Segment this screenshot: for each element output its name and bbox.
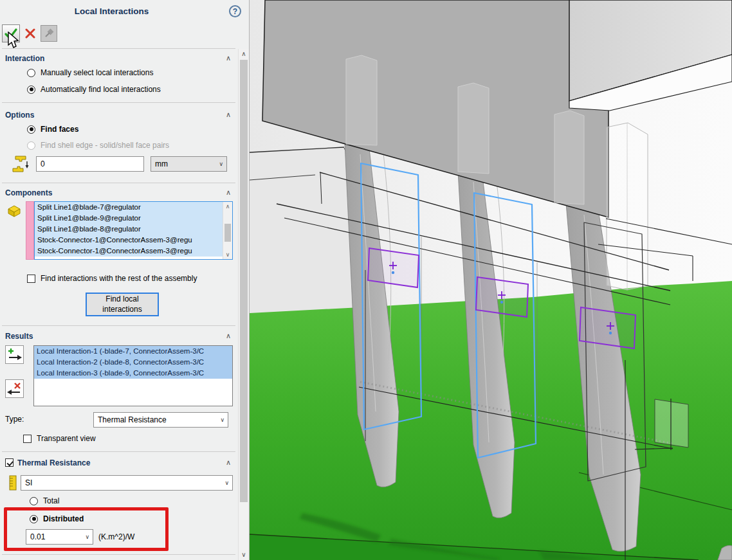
unit-system-dropdown[interactable]: SI ∨: [21, 475, 233, 491]
listbox-scrollbar[interactable]: ∧ ∨: [223, 202, 232, 259]
radio-icon[interactable]: [27, 141, 35, 150]
collapse-chevron-icon[interactable]: ∧: [226, 458, 231, 467]
section-header-thermal-resistance[interactable]: Thermal Resistance ∧: [5, 458, 231, 467]
selection-color-strip: [26, 201, 34, 260]
scroll-up-icon[interactable]: ∧: [223, 202, 232, 211]
local-interaction-marker-1[interactable]: [368, 248, 419, 287]
list-item[interactable]: Local Interaction-3 (-blade-9, Connector…: [34, 368, 232, 379]
transparent-tower: [346, 55, 377, 145]
radio-find-faces[interactable]: Find faces: [27, 125, 78, 134]
divider: [2, 48, 235, 49]
radio-icon[interactable]: [30, 515, 38, 523]
component-icon: [6, 203, 22, 221]
remove-arrow-icon: [6, 381, 23, 397]
chevron-down-icon: ∨: [85, 534, 89, 540]
radio-icon[interactable]: [27, 69, 35, 77]
scroll-thumb[interactable]: [224, 224, 231, 242]
collapse-chevron-icon[interactable]: ∧: [226, 188, 231, 197]
collapse-chevron-icon[interactable]: ∧: [226, 332, 231, 340]
housing-end-pane: [655, 399, 688, 447]
chevron-down-icon: ∨: [219, 161, 223, 167]
gap-value-input[interactable]: [36, 156, 144, 172]
checkbox-icon[interactable]: [5, 458, 14, 467]
3d-viewport[interactable]: [250, 0, 732, 560]
radio-icon[interactable]: [27, 86, 35, 94]
radio-total[interactable]: Total: [30, 496, 59, 505]
resistance-value-dropdown[interactable]: 0.01 ∨: [26, 529, 93, 545]
list-item[interactable]: Local Interaction-1 (-blade-7, Connector…: [34, 346, 232, 357]
ok-button[interactable]: [2, 24, 20, 42]
list-item[interactable]: Split Line1@blade-9@regulator: [35, 213, 232, 224]
resistance-unit-label: (K.m^2)/W: [98, 532, 134, 541]
scroll-up-icon[interactable]: ∧: [239, 49, 249, 59]
panel-scrollbar[interactable]: ∧ ∨: [238, 49, 249, 560]
radio-find-shell-edge[interactable]: Find shell edge - solid/shell face pairs: [27, 141, 169, 150]
transparent-tower: [458, 83, 489, 174]
checkbox-transparent-view[interactable]: Transparent view: [23, 434, 96, 443]
section-header-interaction[interactable]: Interaction ∧: [5, 53, 231, 63]
property-manager-panel: Local Interactions ? Interaction ∧ Manua…: [0, 0, 250, 560]
ruler-icon: [9, 475, 17, 493]
radio-manually-select[interactable]: Manually select local interactions: [27, 68, 153, 77]
list-item[interactable]: Stock-Connector-1@ConnectorAssem-3@regu: [35, 246, 232, 257]
help-icon[interactable]: ?: [229, 5, 241, 17]
pin-button[interactable]: [41, 25, 57, 42]
section-header-results[interactable]: Results ∧: [5, 331, 231, 341]
check-icon: [3, 26, 19, 41]
results-listbox[interactable]: Local Interaction-1 (-blade-7, Connector…: [33, 345, 233, 406]
unit-dropdown[interactable]: mm ∨: [151, 156, 227, 172]
type-label: Type:: [5, 415, 24, 424]
checkbox-icon[interactable]: [23, 435, 32, 443]
checkbox-find-rest-of-assembly[interactable]: Find interactions with the rest of the a…: [27, 274, 197, 283]
list-item[interactable]: Split Line1@blade-8@regulator: [35, 224, 232, 235]
add-result-button[interactable]: [5, 345, 24, 364]
divider: [2, 102, 235, 103]
transparent-tower: [554, 111, 584, 204]
local-interaction-marker-3[interactable]: [580, 307, 636, 348]
pin-icon: [43, 28, 55, 39]
divider: [2, 325, 235, 326]
cancel-button[interactable]: [24, 27, 37, 40]
list-item[interactable]: Split Line1@blade-7@regulator: [35, 202, 232, 213]
chevron-down-icon: ∨: [220, 417, 224, 423]
local-interaction-marker-2[interactable]: [476, 277, 528, 317]
radio-icon[interactable]: [27, 125, 35, 134]
type-dropdown[interactable]: Thermal Resistance ∨: [93, 412, 228, 428]
divider: [2, 554, 235, 555]
section-header-components[interactable]: Components ∧: [5, 188, 231, 197]
marker-dot: [500, 301, 503, 303]
scroll-down-icon[interactable]: ∨: [239, 550, 249, 560]
panel-title: Local Interactions: [0, 6, 223, 16]
checkbox-icon[interactable]: [27, 275, 35, 283]
gap-clearance-icon: [12, 155, 30, 176]
radio-distributed[interactable]: Distributed: [30, 514, 84, 523]
radio-icon[interactable]: [30, 497, 38, 505]
divider: [2, 451, 235, 452]
scroll-down-icon[interactable]: ∨: [223, 250, 232, 259]
scroll-thumb[interactable]: [240, 60, 248, 502]
divider: [2, 183, 235, 183]
marker-dot: [392, 271, 394, 274]
chevron-down-icon: ∨: [224, 480, 229, 486]
close-icon: [25, 28, 35, 39]
list-item[interactable]: Stock-Connector-1@ConnectorAssem-3@regu: [35, 235, 232, 246]
collapse-chevron-icon[interactable]: ∧: [226, 54, 231, 62]
marker-dot: [609, 332, 612, 334]
find-local-interactions-button[interactable]: Find local interactions: [86, 293, 159, 316]
add-arrow-icon: [6, 347, 23, 363]
collapse-chevron-icon[interactable]: ∧: [226, 111, 231, 119]
section-header-options[interactable]: Options ∧: [5, 110, 231, 120]
remove-result-button[interactable]: [5, 379, 24, 398]
radio-automatically-find[interactable]: Automatically find local interactions: [27, 85, 161, 94]
components-listbox[interactable]: Split Line1@blade-7@regulator Split Line…: [34, 201, 233, 260]
list-item[interactable]: Local Interaction-2 (-blade-8, Connector…: [34, 357, 232, 368]
